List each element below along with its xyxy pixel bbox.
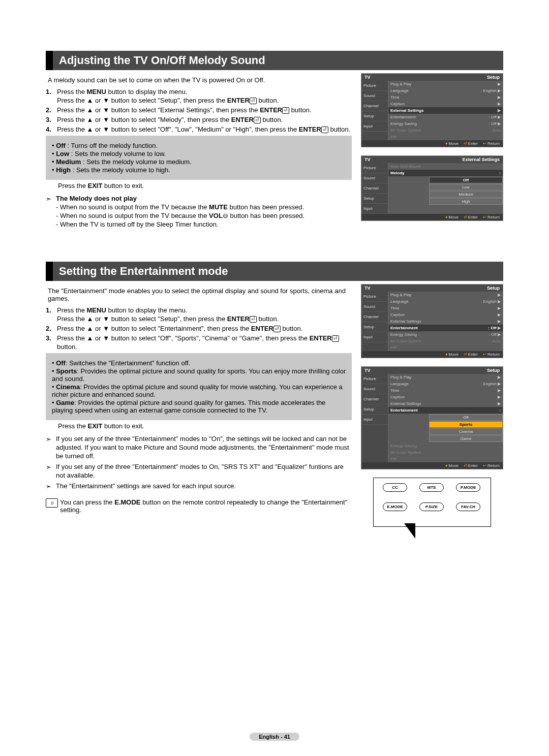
cc-button[interactable]: CC: [383, 483, 407, 492]
step: 2.Press the ▲ or ▼ button to select "Ext…: [46, 106, 352, 115]
mts-button[interactable]: MTS: [419, 483, 444, 492]
remote-small-icon: ⎚: [46, 498, 58, 508]
remote-control: CC MTS P.MODE E.MODE P.SIZE FAV.CH: [373, 478, 491, 527]
menu-screenshot-setup: TVSetupPictureSoundChannelSetupInputPlug…: [361, 73, 503, 147]
section-2-steps: 1.Press the MENU button to display the m…: [46, 306, 352, 351]
arrow-icon: [46, 463, 56, 480]
menu-screenshot-setup-3: TVSetupPictureSoundChannelSetupInputPlug…: [361, 366, 503, 469]
section-2-notes: If you set any of the three "Entertainme…: [46, 435, 352, 491]
section-2-bullets: Off: Switches the "Entertainment" functi…: [52, 359, 347, 414]
remote-tip: ⎚ You can press the E.MODE button on the…: [46, 498, 352, 514]
remote-tip-text: You can press the E.MODE button on the r…: [60, 498, 352, 514]
pmode-button[interactable]: P.MODE: [456, 483, 480, 492]
section-2-intro: The "Entertainment" mode enables you to …: [48, 287, 352, 302]
step: 4.Press the ▲ or ▼ button to select "Off…: [46, 125, 352, 134]
favch-button[interactable]: FAV.CH: [456, 502, 480, 511]
pointer-triangle-icon: [404, 523, 415, 539]
step: 3.Press the ▲ or ▼ button to select "Mel…: [46, 116, 352, 124]
section-1-exit: Press the EXIT button to exit.: [58, 182, 352, 190]
manual-page: Adjusting the TV On/Off Melody Sound A m…: [0, 0, 549, 756]
section-2: Setting the Entertainment mode The "Ente…: [46, 262, 503, 527]
step: 2.Press the ▲ or ▼ button to select "Ent…: [46, 325, 352, 333]
section-1: Adjusting the TV On/Off Melody Sound A m…: [46, 51, 503, 231]
page-number: English - 41: [250, 733, 299, 741]
emode-button[interactable]: E.MODE: [383, 502, 407, 511]
step: 3.Press the ▲ or ▼ button to select "Off…: [46, 334, 352, 352]
section-2-exit: Press the EXIT button to exit.: [58, 422, 352, 430]
step: 1.Press the MENU button to display the m…: [46, 306, 352, 324]
arrow-icon: [46, 435, 56, 461]
page-footer: English - 41: [0, 733, 549, 741]
section-1-title: Adjusting the TV On/Off Melody Sound: [46, 51, 503, 70]
section-1-bullets: Off : Turns off the melody function.Low …: [52, 142, 347, 174]
section-1-gray-box: Off : Turns off the melody function.Low …: [46, 136, 352, 180]
section-1-steps: 1.Press the MENU button to display the m…: [46, 88, 352, 134]
melody-note-title: The Melody does not play: [56, 195, 352, 203]
arrow-icon: [46, 483, 56, 491]
psize-button[interactable]: P.SIZE: [419, 502, 444, 511]
section-1-intro: A melody sound can be set to come on whe…: [48, 76, 352, 84]
section-1-note: The Melody does not play - When no sound…: [46, 195, 352, 229]
menu-screenshot-setup-2: TVSetupPictureSoundChannelSetupInputPlug…: [361, 284, 503, 358]
section-2-title: Setting the Entertainment mode: [46, 262, 503, 281]
section-1-note-items: - When no sound is output from the TV be…: [56, 203, 352, 229]
menu-screenshot-external: TVExternal SettingsPictureSoundChannelSe…: [361, 155, 503, 221]
section-2-gray-box: Off: Switches the "Entertainment" functi…: [46, 353, 352, 420]
step: 1.Press the MENU button to display the m…: [46, 88, 352, 105]
arrow-icon: [46, 195, 56, 229]
